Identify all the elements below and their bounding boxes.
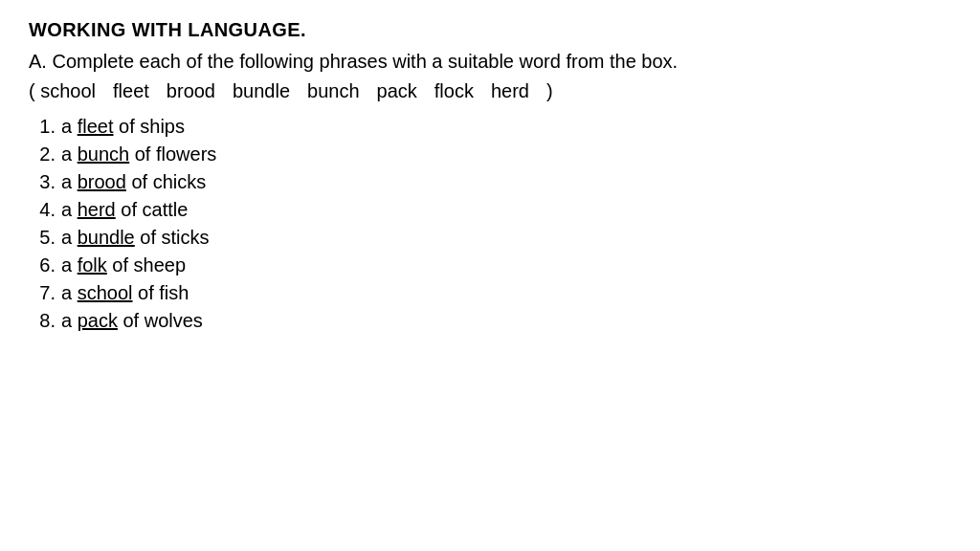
list-prefix: a (61, 310, 78, 332)
list-prefix: a (61, 254, 78, 276)
answer-word: bundle (78, 227, 135, 249)
word-box-word-1: fleet (113, 80, 149, 102)
list-suffix: of flowers (129, 143, 216, 165)
list-item: 4.a herd of cattle (29, 199, 951, 221)
answer-word: pack (78, 310, 118, 332)
list-suffix: of sticks (135, 227, 210, 249)
list-num: 7. (29, 282, 56, 304)
instruction-text: A. Complete each of the following phrase… (29, 51, 951, 73)
list-num: 2. (29, 143, 56, 165)
list-prefix: a (61, 282, 78, 304)
answer-word: fleet (78, 116, 114, 138)
word-box-close: ) (546, 80, 553, 102)
word-box-word-3: bundle (233, 80, 290, 102)
answer-word: brood (78, 171, 126, 193)
list-item: 3.a brood of chicks (29, 171, 951, 193)
list-prefix: a (61, 116, 78, 138)
list-num: 6. (29, 254, 56, 276)
answer-word: herd (78, 199, 116, 221)
list-prefix: a (61, 171, 78, 193)
word-box-open: ( school (29, 80, 96, 102)
word-box-word-7: herd (491, 80, 529, 102)
word-box-word-4: bunch (307, 80, 360, 102)
answer-word: folk (78, 254, 107, 276)
list-suffix: of wolves (118, 310, 203, 332)
list-prefix: a (61, 143, 78, 165)
list-suffix: of ships (114, 116, 185, 138)
answers-list: 1.a fleet of ships2.a bunch of flowers3.… (29, 116, 951, 332)
list-suffix: of chicks (126, 171, 206, 193)
list-num: 8. (29, 310, 56, 332)
list-num: 5. (29, 227, 56, 249)
list-item: 6.a folk of sheep (29, 254, 951, 276)
page-title: WORKING WITH LANGUAGE. (29, 19, 951, 41)
list-suffix: of sheep (107, 254, 186, 276)
answer-word: bunch (78, 143, 130, 165)
list-item: 7.a school of fish (29, 282, 951, 304)
word-box: ( school fleet brood bundle bunch pack f… (29, 80, 951, 102)
word-box-word-2: brood (167, 80, 215, 102)
word-box-word-6: flock (434, 80, 474, 102)
list-suffix: of fish (133, 282, 189, 304)
list-num: 1. (29, 116, 56, 138)
list-prefix: a (61, 199, 78, 221)
answer-word: school (78, 282, 133, 304)
list-num: 3. (29, 171, 56, 193)
list-num: 4. (29, 199, 56, 221)
list-item: 8.a pack of wolves (29, 310, 951, 332)
list-item: 5.a bundle of sticks (29, 227, 951, 249)
list-suffix: of cattle (116, 199, 189, 221)
word-box-word-5: pack (377, 80, 417, 102)
list-item: 2.a bunch of flowers (29, 143, 951, 165)
list-item: 1.a fleet of ships (29, 116, 951, 138)
list-prefix: a (61, 227, 78, 249)
